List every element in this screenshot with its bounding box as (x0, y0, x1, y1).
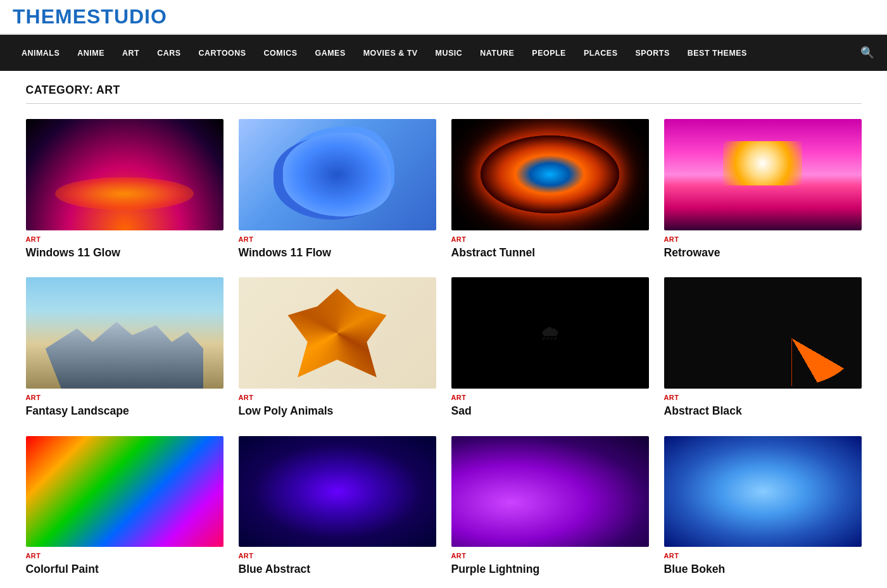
card-title-windows-flow[interactable]: Windows 11 Flow (239, 246, 436, 260)
thumb-retrowave (664, 119, 862, 230)
nav-item-people[interactable]: PEOPLE (523, 37, 575, 69)
card-title-abstract-black[interactable]: Abstract Black (664, 404, 862, 418)
thumb-colorful-paint (26, 436, 223, 547)
nav-bar: ANIMALSANIMEARTCARSCARTOONSCOMICSGAMESMO… (0, 35, 887, 71)
thumb-sad (451, 277, 649, 389)
card-category-low-poly-animals: ART (239, 394, 436, 401)
card-category-sad: ART (451, 394, 649, 401)
nav-item-comics[interactable]: COMICS (255, 37, 306, 69)
card-category-retrowave: ART (664, 235, 862, 243)
nav-item-anime[interactable]: ANIME (68, 37, 113, 69)
card-title-retrowave[interactable]: Retrowave (664, 246, 862, 260)
card-abstract-black[interactable]: ARTAbstract Black (664, 277, 862, 418)
card-title-abstract-tunnel[interactable]: Abstract Tunnel (451, 246, 649, 260)
nav-item-movies-tv[interactable]: MOVIES & TV (355, 37, 427, 69)
card-category-blue-abstract: ART (239, 552, 436, 560)
thumb-fantasy-landscape (26, 277, 223, 389)
nav-item-cars[interactable]: CARS (148, 37, 189, 69)
nav-item-places[interactable]: PLACES (575, 37, 627, 69)
thumb-purple-lightning (451, 436, 649, 547)
thumb-windows-glow (26, 119, 223, 230)
card-title-low-poly-animals[interactable]: Low Poly Animals (239, 404, 436, 418)
thumb-blue-abstract (239, 436, 436, 547)
logo-bar: ThemeStudio (0, 0, 887, 35)
nav-item-music[interactable]: MUSIC (427, 37, 472, 69)
card-sad[interactable]: ARTSad (451, 277, 649, 418)
nav-item-nature[interactable]: NATURE (471, 37, 523, 69)
card-category-windows-glow: ART (26, 235, 223, 243)
card-category-blue-bokeh: ART (664, 552, 862, 560)
thumb-abstract-black (664, 277, 862, 389)
category-title: CATEGORY: ART (26, 84, 862, 104)
card-title-purple-lightning[interactable]: Purple Lightning (451, 562, 649, 577)
card-category-colorful-paint: ART (26, 552, 223, 560)
card-category-fantasy-landscape: ART (26, 394, 223, 401)
card-title-fantasy-landscape[interactable]: Fantasy Landscape (26, 404, 223, 418)
card-windows-flow[interactable]: ARTWindows 11 Flow (239, 119, 436, 260)
card-blue-abstract[interactable]: ARTBlue Abstract (239, 436, 436, 577)
card-retrowave[interactable]: ARTRetrowave (664, 119, 862, 260)
thumb-abstract-tunnel (451, 119, 649, 230)
card-colorful-paint[interactable]: ARTColorful Paint (26, 436, 223, 577)
main-nav: ANIMALSANIMEARTCARSCARTOONSCOMICSGAMESMO… (13, 37, 852, 69)
card-title-windows-glow[interactable]: Windows 11 Glow (26, 246, 223, 260)
search-icon[interactable]: 🔍 (852, 35, 874, 71)
card-title-blue-abstract[interactable]: Blue Abstract (239, 562, 436, 577)
card-fantasy-landscape[interactable]: ARTFantasy Landscape (26, 277, 223, 418)
page-content: CATEGORY: ART ARTWindows 11 GlowARTWindo… (13, 71, 874, 588)
thumb-low-poly-animals (239, 277, 436, 389)
card-purple-lightning[interactable]: ARTPurple Lightning (451, 436, 649, 577)
card-category-windows-flow: ART (239, 235, 436, 243)
card-category-abstract-tunnel: ART (451, 235, 649, 243)
nav-item-art[interactable]: ART (113, 37, 148, 69)
card-title-colorful-paint[interactable]: Colorful Paint (26, 562, 223, 577)
wallpaper-grid: ARTWindows 11 GlowARTWindows 11 FlowARTA… (26, 119, 862, 577)
card-blue-bokeh[interactable]: ARTBlue Bokeh (664, 436, 862, 577)
thumb-windows-flow (239, 119, 436, 230)
card-abstract-tunnel[interactable]: ARTAbstract Tunnel (451, 119, 649, 260)
card-windows-glow[interactable]: ARTWindows 11 Glow (26, 119, 223, 260)
card-title-sad[interactable]: Sad (451, 404, 649, 418)
card-title-blue-bokeh[interactable]: Blue Bokeh (664, 562, 862, 577)
nav-item-games[interactable]: GAMES (306, 37, 354, 69)
card-low-poly-animals[interactable]: ARTLow Poly Animals (239, 277, 436, 418)
card-category-abstract-black: ART (664, 394, 862, 401)
card-category-purple-lightning: ART (451, 552, 649, 560)
nav-item-best-themes[interactable]: BEST THEMES (679, 37, 756, 69)
nav-item-animals[interactable]: ANIMALS (13, 37, 68, 69)
site-logo[interactable]: ThemeStudio (13, 5, 167, 28)
nav-item-sports[interactable]: SPORTS (626, 37, 678, 69)
nav-item-cartoons[interactable]: CARTOONS (189, 37, 255, 69)
thumb-blue-bokeh (664, 436, 862, 547)
